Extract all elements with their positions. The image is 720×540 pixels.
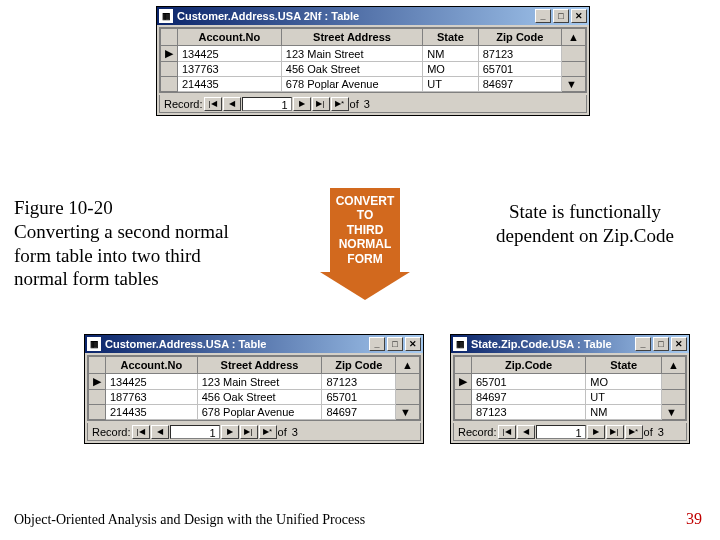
header-row: Account.No Street Address State Zip Code…	[161, 29, 586, 46]
table-row[interactable]: ▶ 65701 MO	[455, 374, 686, 390]
nav-new-button[interactable]: ▶*	[331, 97, 349, 111]
cell[interactable]: 87123	[322, 374, 396, 390]
cell[interactable]: 123 Main Street	[281, 46, 422, 62]
nav-next-button[interactable]: ▶	[587, 425, 605, 439]
scroll-down-icon[interactable]: ▼	[562, 77, 586, 92]
col-header[interactable]: Street Address	[197, 357, 322, 374]
close-button[interactable]: ✕	[571, 9, 587, 23]
cell[interactable]: 134425	[178, 46, 282, 62]
table-row[interactable]: 214435 678 Poplar Avenue 84697 ▼	[89, 405, 420, 420]
table-row[interactable]: ▶ 134425 123 Main Street NM 87123	[161, 46, 586, 62]
nav-new-button[interactable]: ▶*	[259, 425, 277, 439]
nav-prev-button[interactable]: ◀	[151, 425, 169, 439]
cell[interactable]: 87123	[478, 46, 561, 62]
col-header[interactable]: Street Address	[281, 29, 422, 46]
table-row[interactable]: 84697 UT	[455, 390, 686, 405]
titlebar[interactable]: ▦ State.Zip.Code.USA : Table _ □ ✕	[451, 335, 689, 353]
nav-next-button[interactable]: ▶	[221, 425, 239, 439]
cell[interactable]: 123 Main Street	[197, 374, 322, 390]
scroll-up-icon[interactable]: ▲	[662, 357, 686, 374]
footer-text: Object-Oriented Analysis and Design with…	[14, 512, 365, 528]
window-title: Customer.Address.USA : Table	[105, 338, 266, 350]
table-row[interactable]: 87123 NM ▼	[455, 405, 686, 420]
record-label: Record:	[458, 426, 497, 438]
minimize-button[interactable]: _	[635, 337, 651, 351]
nav-prev-button[interactable]: ◀	[517, 425, 535, 439]
row-selector-icon[interactable]: ▶	[89, 374, 106, 390]
window-title: Customer.Address.USA 2Nf : Table	[177, 10, 359, 22]
nav-first-button[interactable]: |◀	[132, 425, 150, 439]
cell[interactable]: 84697	[472, 390, 586, 405]
cell[interactable]: 678 Poplar Avenue	[197, 405, 322, 420]
cell[interactable]: 678 Poplar Avenue	[281, 77, 422, 92]
record-label: Record:	[164, 98, 203, 110]
record-total: 3	[364, 98, 370, 110]
cell[interactable]: 65701	[322, 390, 396, 405]
cell[interactable]: NM	[586, 405, 662, 420]
cell[interactable]: 456 Oak Street	[281, 62, 422, 77]
nav-last-button[interactable]: ▶|	[606, 425, 624, 439]
table-row[interactable]: 187763 456 Oak Street 65701	[89, 390, 420, 405]
table-row[interactable]: ▶ 134425 123 Main Street 87123	[89, 374, 420, 390]
nav-last-button[interactable]: ▶|	[312, 97, 330, 111]
col-header[interactable]: Zip Code	[322, 357, 396, 374]
cell[interactable]: 84697	[322, 405, 396, 420]
close-button[interactable]: ✕	[671, 337, 687, 351]
scroll-up-icon[interactable]: ▲	[396, 357, 420, 374]
nav-first-button[interactable]: |◀	[498, 425, 516, 439]
maximize-button[interactable]: □	[553, 9, 569, 23]
col-header[interactable]: State	[423, 29, 478, 46]
row-selector-icon[interactable]: ▶	[455, 374, 472, 390]
dependency-note: State is functionally dependent on Zip.C…	[460, 200, 710, 248]
header-row: Account.No Street Address Zip Code ▲	[89, 357, 420, 374]
table-row[interactable]: 137763 456 Oak Street MO 65701	[161, 62, 586, 77]
cell[interactable]: 214435	[178, 77, 282, 92]
record-number-input[interactable]: 1	[170, 425, 220, 439]
convert-arrow: CONVERT TO THIRD NORMAL FORM	[320, 188, 410, 300]
close-button[interactable]: ✕	[405, 337, 421, 351]
record-of-label: of	[644, 426, 653, 438]
row-selector-icon[interactable]: ▶	[161, 46, 178, 62]
data-grid: Account.No Street Address Zip Code ▲ ▶ 1…	[87, 355, 421, 421]
cell[interactable]: UT	[423, 77, 478, 92]
col-header[interactable]: Account.No	[178, 29, 282, 46]
record-navigator: Record: |◀ ◀ 1 ▶ ▶| ▶* of 3	[87, 423, 421, 441]
scroll-down-icon[interactable]: ▼	[662, 405, 686, 420]
record-of-label: of	[278, 426, 287, 438]
cell[interactable]: NM	[423, 46, 478, 62]
nav-first-button[interactable]: |◀	[204, 97, 222, 111]
minimize-button[interactable]: _	[535, 9, 551, 23]
cell[interactable]: 84697	[478, 77, 561, 92]
col-header[interactable]: Zip Code	[478, 29, 561, 46]
cell[interactable]: 187763	[106, 390, 198, 405]
scroll-down-icon[interactable]: ▼	[396, 405, 420, 420]
cell[interactable]: 134425	[106, 374, 198, 390]
cell[interactable]: 137763	[178, 62, 282, 77]
col-header[interactable]: State	[586, 357, 662, 374]
minimize-button[interactable]: _	[369, 337, 385, 351]
titlebar[interactable]: ▦ Customer.Address.USA 2Nf : Table _ □ ✕	[157, 7, 589, 25]
cell[interactable]: 214435	[106, 405, 198, 420]
table-row[interactable]: 214435 678 Poplar Avenue UT 84697 ▼	[161, 77, 586, 92]
cell[interactable]: 87123	[472, 405, 586, 420]
figure-caption: Figure 10-20 Converting a second normal …	[14, 196, 314, 291]
col-header[interactable]: Account.No	[106, 357, 198, 374]
cell[interactable]: 65701	[478, 62, 561, 77]
cell[interactable]: 65701	[472, 374, 586, 390]
cell[interactable]: UT	[586, 390, 662, 405]
record-number-input[interactable]: 1	[536, 425, 586, 439]
col-header[interactable]: Zip.Code	[472, 357, 586, 374]
cell[interactable]: MO	[586, 374, 662, 390]
titlebar[interactable]: ▦ Customer.Address.USA : Table _ □ ✕	[85, 335, 423, 353]
nav-last-button[interactable]: ▶|	[240, 425, 258, 439]
nav-next-button[interactable]: ▶	[293, 97, 311, 111]
window-title: State.Zip.Code.USA : Table	[471, 338, 612, 350]
maximize-button[interactable]: □	[387, 337, 403, 351]
cell[interactable]: MO	[423, 62, 478, 77]
nav-new-button[interactable]: ▶*	[625, 425, 643, 439]
scroll-up-icon[interactable]: ▲	[562, 29, 586, 46]
maximize-button[interactable]: □	[653, 337, 669, 351]
record-number-input[interactable]: 1	[242, 97, 292, 111]
cell[interactable]: 456 Oak Street	[197, 390, 322, 405]
nav-prev-button[interactable]: ◀	[223, 97, 241, 111]
